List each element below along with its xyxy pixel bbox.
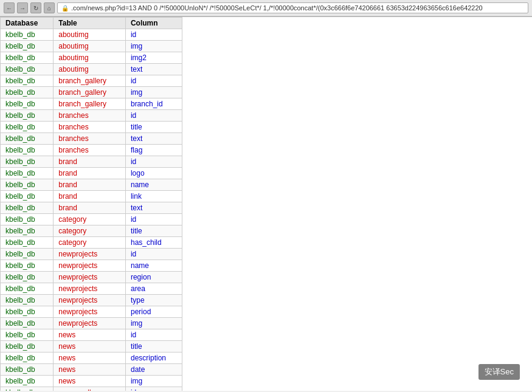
home-button[interactable]: ⌂ <box>44 2 55 13</box>
col-table: Table <box>54 18 126 29</box>
cell-20-2: name <box>125 260 182 272</box>
cell-31-2: id <box>125 387 182 391</box>
table-row: kbelb_dbnewprojectsid <box>1 249 182 260</box>
cell-21-0: kbelb_db <box>1 272 54 283</box>
cell-5-0: kbelb_db <box>1 87 54 98</box>
table-row: kbelb_dbaboutimgimg2 <box>1 52 182 64</box>
cell-16-1: category <box>54 214 126 225</box>
cell-0-2: id <box>125 29 182 41</box>
database-table: Database Table Column kbelb_dbaboutimgid… <box>0 17 182 391</box>
table-row: kbelb_dbbrandlink <box>1 191 182 202</box>
cell-8-0: kbelb_db <box>1 122 54 133</box>
cell-23-0: kbelb_db <box>1 295 54 306</box>
cell-17-1: category <box>54 225 126 237</box>
cell-14-1: brand <box>54 191 126 202</box>
cell-14-2: link <box>125 191 182 202</box>
page-content: Database Table Column kbelb_dbaboutimgid… <box>0 17 532 391</box>
cell-27-0: kbelb_db <box>1 341 54 352</box>
cell-11-0: kbelb_db <box>1 156 54 168</box>
cell-0-1: aboutimg <box>54 29 126 41</box>
cell-8-2: title <box>125 122 182 133</box>
cell-18-2: has_child <box>125 237 182 249</box>
cell-12-0: kbelb_db <box>1 168 54 179</box>
cell-13-2: name <box>125 179 182 191</box>
cell-10-2: flag <box>125 145 182 156</box>
cell-3-2: text <box>125 64 182 75</box>
table-row: kbelb_dbnewprojectsperiod <box>1 306 182 318</box>
cell-13-0: kbelb_db <box>1 179 54 191</box>
cell-6-1: branch_gallery <box>54 98 126 110</box>
table-row: kbelb_dbnewprojectsarea <box>1 283 182 295</box>
cell-1-2: img <box>125 41 182 52</box>
cell-9-1: branches <box>54 133 126 145</box>
cell-6-0: kbelb_db <box>1 98 54 110</box>
cell-19-1: newprojects <box>54 249 126 260</box>
table-row: kbelb_dbbranchesid <box>1 110 182 122</box>
cell-7-1: branches <box>54 110 126 122</box>
cell-23-2: type <box>125 295 182 306</box>
table-row: kbelb_dbcategorytitle <box>1 225 182 237</box>
cell-15-2: text <box>125 202 182 214</box>
forward-button[interactable]: → <box>17 2 28 13</box>
reload-button[interactable]: ↻ <box>30 2 41 13</box>
cell-17-2: title <box>125 225 182 237</box>
cell-30-0: kbelb_db <box>1 376 54 387</box>
cell-26-0: kbelb_db <box>1 329 54 341</box>
table-row: kbelb_dbbranch_galleryimg <box>1 87 182 98</box>
cell-12-2: logo <box>125 168 182 179</box>
cell-28-1: news <box>54 352 126 364</box>
cell-30-2: img <box>125 376 182 387</box>
cell-30-1: news <box>54 376 126 387</box>
table-row: kbelb_dbnewsdescription <box>1 352 182 364</box>
cell-24-2: period <box>125 306 182 318</box>
cell-2-0: kbelb_db <box>1 52 54 64</box>
browser-chrome: ← → ↻ ⌂ 🔒 .com/news.php?id=13 AND 0 /*!5… <box>0 0 532 17</box>
cell-22-2: area <box>125 283 182 295</box>
table-row: kbelb_dbcategoryid <box>1 214 182 225</box>
table-row: kbelb_dbaboutimgtext <box>1 64 182 75</box>
col-database: Database <box>1 18 54 29</box>
cell-0-0: kbelb_db <box>1 29 54 41</box>
cell-5-1: branch_gallery <box>54 87 126 98</box>
table-row: kbelb_dbnewprojectsimg <box>1 318 182 329</box>
table-row: kbelb_dbnewsimg <box>1 376 182 387</box>
cell-9-0: kbelb_db <box>1 133 54 145</box>
cell-26-1: news <box>54 329 126 341</box>
cell-14-0: kbelb_db <box>1 191 54 202</box>
cell-1-1: aboutimg <box>54 41 126 52</box>
table-row: kbelb_dbnewprojectsregion <box>1 272 182 283</box>
table-row: kbelb_dbbranchestext <box>1 133 182 145</box>
cell-18-0: kbelb_db <box>1 237 54 249</box>
table-row: kbelb_dbcategoryhas_child <box>1 237 182 249</box>
table-row: kbelb_dbbranch_gallerybranch_id <box>1 98 182 110</box>
cell-15-1: brand <box>54 202 126 214</box>
cell-26-2: id <box>125 329 182 341</box>
cell-24-1: newprojects <box>54 306 126 318</box>
cell-8-1: branches <box>54 122 126 133</box>
cell-24-0: kbelb_db <box>1 306 54 318</box>
cell-13-1: brand <box>54 179 126 191</box>
cell-5-2: img <box>125 87 182 98</box>
cell-4-0: kbelb_db <box>1 75 54 87</box>
cell-22-0: kbelb_db <box>1 283 54 295</box>
table-row: kbelb_dbbranchesflag <box>1 145 182 156</box>
cell-29-1: news <box>54 364 126 376</box>
cell-16-2: id <box>125 214 182 225</box>
cell-22-1: newprojects <box>54 283 126 295</box>
cell-10-0: kbelb_db <box>1 145 54 156</box>
back-button[interactable]: ← <box>4 2 15 13</box>
cell-11-2: id <box>125 156 182 168</box>
cell-19-0: kbelb_db <box>1 249 54 260</box>
table-row: kbelb_dbbrandlogo <box>1 168 182 179</box>
table-row: kbelb_dbbrandtext <box>1 202 182 214</box>
cell-1-0: kbelb_db <box>1 41 54 52</box>
address-bar[interactable]: 🔒 .com/news.php?id=13 AND 0 /*!50000UnIo… <box>57 2 528 13</box>
cell-2-2: img2 <box>125 52 182 64</box>
browser-toolbar: ← → ↻ ⌂ 🔒 .com/news.php?id=13 AND 0 /*!5… <box>0 0 532 16</box>
cell-28-2: description <box>125 352 182 364</box>
table-row: kbelb_dbaboutimgimg <box>1 41 182 52</box>
table-row: kbelb_dbbranchestitle <box>1 122 182 133</box>
table-row: kbelb_dbnewprojectsname <box>1 260 182 272</box>
cell-31-0: kbelb_db <box>1 387 54 391</box>
cell-21-2: region <box>125 272 182 283</box>
